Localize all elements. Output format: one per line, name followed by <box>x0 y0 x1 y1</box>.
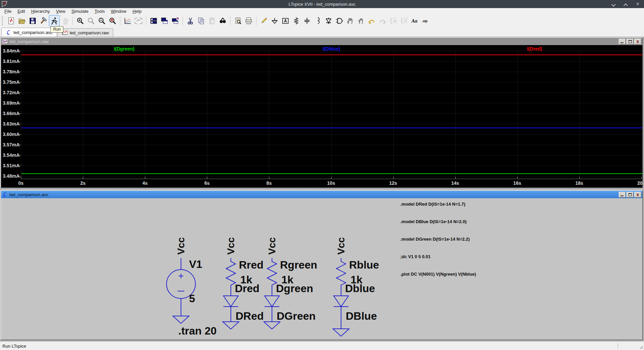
net-label-vcc[interactable]: Vcc <box>226 228 236 265</box>
y-axis-label: 3.66mA <box>1 111 20 116</box>
waveform-close-button[interactable]: x <box>634 39 641 44</box>
toolbar-place-text-button[interactable]: Aa <box>410 15 420 26</box>
schematic-close-button[interactable]: x <box>634 192 641 198</box>
waveform-window-title-bar[interactable]: led_comparison.raw x <box>1 38 642 45</box>
minimize-window-icon[interactable] <box>612 2 615 6</box>
toolbar-draw-wire-button[interactable] <box>259 15 269 26</box>
spice-directive-text[interactable]: .model DGreen D(IS=1e-14 N=2.2) <box>400 237 470 242</box>
toolbar-cascade-windows-button[interactable] <box>170 15 180 26</box>
toolbar-tile-horizontal-button[interactable] <box>149 15 159 26</box>
schematic-maximize-button[interactable] <box>626 192 634 198</box>
dred-ref-label[interactable]: Dred <box>235 283 259 294</box>
toolbar-place-ground-button[interactable] <box>270 15 280 26</box>
toolbar-zoom-out-button[interactable] <box>97 15 107 26</box>
net-label-vcc[interactable]: Vcc <box>176 228 186 265</box>
trace-I(Dgreen)[interactable] <box>21 173 642 174</box>
run-tooltip: Run <box>51 26 63 33</box>
x-axis-tick <box>331 177 332 179</box>
y-axis-label: 3.54mA <box>1 152 20 158</box>
dgreen-ref-label[interactable]: Dgreen <box>276 283 313 294</box>
toolbar-autorange-y-button[interactable] <box>123 15 133 26</box>
toolbar-cut-button[interactable] <box>185 15 195 26</box>
spice-directive-text[interactable]: .model DRed D(IS=1e-14 N=1.7) <box>400 202 465 207</box>
drag-icon <box>357 17 365 25</box>
tab-led_comparison.raw[interactable]: led_comparison.raw <box>58 28 113 37</box>
spice-directive-text[interactable]: ;dc V1 0 5 0.01 <box>400 254 431 259</box>
toolbar-undo-button[interactable] <box>367 15 377 26</box>
trace-label-I(Dgreen)[interactable]: I(Dgreen) <box>114 46 134 51</box>
resize-grip[interactable] <box>639 345 643 349</box>
toolbar-print-button[interactable] <box>244 15 254 26</box>
toolbar-zoom-in-button[interactable] <box>75 15 85 26</box>
toolbar-run-button[interactable] <box>49 15 59 26</box>
toolbar-move-button[interactable] <box>345 15 355 26</box>
toolbar-place-label-button[interactable] <box>280 15 290 26</box>
wave-plot[interactable]: 3.84mA3.81mA3.78mA3.75mA3.72mA3.69mA3.66… <box>1 45 642 187</box>
trace-I(Dblue)[interactable] <box>21 128 642 128</box>
toolbar-tile-vertical-button[interactable] <box>159 15 170 26</box>
net-label-vcc[interactable]: Vcc <box>267 228 277 265</box>
menu-item-file[interactable]: File <box>1 9 14 14</box>
rblue-name-label[interactable]: Rblue <box>349 259 379 270</box>
toolbar-place-resistor-button[interactable] <box>291 15 301 26</box>
net-label-vcc[interactable]: Vcc <box>336 228 346 265</box>
waveform-minimize-button[interactable] <box>619 39 626 44</box>
toolbar-save-button[interactable] <box>28 15 38 26</box>
tab-led_comparison.asc[interactable]: led_comparison.asc <box>1 28 57 37</box>
rblue-dblue-branch[interactable] <box>333 258 349 336</box>
schematic-canvas[interactable]: Vcc Vcc Vcc Vcc V1 5 .tran 20 Rred 1k Dr… <box>1 198 642 340</box>
toolbar-place-component-button[interactable] <box>334 15 344 26</box>
tran-directive-label[interactable]: .tran 20 <box>178 325 217 336</box>
dgreen-model-label[interactable]: DGreen <box>277 311 316 321</box>
toolbar-find-button[interactable] <box>218 15 228 26</box>
trace-label-I(Dblue)[interactable]: I(Dblue) <box>323 46 340 51</box>
ground-symbol <box>223 322 239 329</box>
toolbar: Aa.op <box>0 14 644 28</box>
rred-name-label[interactable]: Rred <box>239 259 264 270</box>
schematic-minimize-button[interactable] <box>619 192 626 198</box>
waveform-maximize-button[interactable] <box>626 39 634 44</box>
spice-directive-text[interactable]: .plot DC V(N001) V(Ngreen) V(Nblue) <box>400 272 476 277</box>
dblue-ref-label[interactable]: Dblue <box>345 283 375 294</box>
menu-item-simulate[interactable]: Simulate <box>68 9 92 14</box>
menu-item-view[interactable]: View <box>53 9 68 14</box>
toolbar-place-inductor-button[interactable] <box>313 15 323 26</box>
y-axis-label: 3.51mA <box>1 163 20 168</box>
new-schematic-icon <box>7 17 15 25</box>
toolbar-spice-directive-button[interactable]: .op <box>421 15 431 26</box>
toolbar-grip[interactable] <box>2 16 4 26</box>
maximize-window-icon[interactable] <box>624 2 627 6</box>
v1-name-label[interactable]: V1 <box>189 259 202 270</box>
toolbar-print-preview-button[interactable] <box>233 15 243 26</box>
trace-I(Dred)[interactable] <box>21 55 642 55</box>
schematic-window-title-bar[interactable]: led_comparison.asc x <box>1 191 642 198</box>
v1-value-label[interactable]: 5 <box>189 293 195 304</box>
rgreen-name-label[interactable]: Rgreen <box>280 259 317 270</box>
toolbar-control-panel-button[interactable] <box>38 15 49 26</box>
dblue-model-label[interactable]: DBlue <box>346 311 377 321</box>
toolbar-open-file-button[interactable] <box>17 15 27 26</box>
menu-item-help[interactable]: Help <box>129 9 145 14</box>
toolbar-place-diode-button[interactable] <box>324 15 334 26</box>
trace-label-I(Dred)[interactable]: I(Dred) <box>527 46 542 51</box>
toolbar-new-schematic-button[interactable] <box>6 15 16 26</box>
menu-item-window[interactable]: Window <box>108 9 129 14</box>
y-axis-label: 3.84mA <box>1 48 20 54</box>
toolbar-place-capacitor-button[interactable] <box>302 15 312 26</box>
menu-item-tools[interactable]: Tools <box>92 9 108 14</box>
h-gridline <box>21 166 642 166</box>
x-axis-label: 6s <box>205 180 210 186</box>
toolbar-copy-button[interactable] <box>196 15 206 26</box>
spice-directive-text[interactable]: .model DBlue D(IS=1e-14 N=2.0) <box>400 219 467 224</box>
toolbar-drag-button[interactable] <box>356 15 366 26</box>
h-gridline <box>21 176 642 176</box>
menu-item-edit[interactable]: Edit <box>14 9 28 14</box>
menu-item-hierarchy[interactable]: Hierarchy <box>28 9 53 14</box>
save-icon <box>29 17 37 25</box>
x-axis-label: 4s <box>142 180 148 186</box>
toolbar-zoom-full-button[interactable] <box>108 15 118 26</box>
dred-model-label[interactable]: DRed <box>236 311 264 321</box>
close-window-icon[interactable]: × <box>636 0 639 8</box>
toolbar-separator <box>230 16 231 25</box>
y-axis-label: 3.57mA <box>1 142 20 147</box>
